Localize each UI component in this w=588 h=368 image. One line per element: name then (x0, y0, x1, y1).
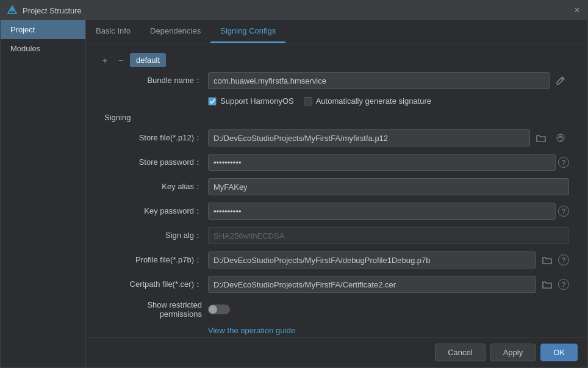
fingerprint-button[interactable] (552, 129, 569, 146)
add-config-button[interactable]: + (98, 54, 112, 67)
browse-certpath-file-button[interactable] (539, 276, 556, 293)
bundle-name-row: Bundle name： (104, 72, 569, 89)
store-file-input-group (208, 129, 569, 146)
sign-alg-input (208, 227, 569, 244)
key-alias-row: Key alias： (104, 178, 569, 195)
checkmark-icon (209, 99, 215, 104)
bundle-name-label: Bundle name： (104, 75, 208, 86)
right-panel: Basic Info Dependencies Signing Configs … (86, 20, 587, 367)
config-default-item[interactable]: default (130, 53, 166, 67)
key-password-input-group: ? (208, 203, 569, 220)
key-password-row: Key password： ? (104, 203, 569, 220)
certpath-file-row: Certpath file(*.cer)： ? (104, 276, 569, 293)
profile-file-row: Profile file(*.p7b)： ? (104, 251, 569, 269)
show-restricted-toggle[interactable] (208, 305, 230, 314)
edit-icon (556, 76, 565, 85)
tabs-bar: Basic Info Dependencies Signing Configs (86, 20, 587, 43)
certpath-file-help-button[interactable]: ? (558, 279, 569, 290)
sidebar: Project Modules (1, 20, 86, 367)
ok-button[interactable]: OK (540, 344, 578, 361)
operation-guide-container: View the operation guide (104, 326, 569, 335)
key-alias-label: Key alias： (104, 181, 208, 192)
titlebar: Project Structure × (1, 1, 587, 20)
app-icon (7, 5, 18, 16)
browse-store-file-button[interactable] (532, 129, 550, 146)
store-file-input[interactable] (208, 129, 530, 146)
tab-basic-info[interactable]: Basic Info (86, 20, 140, 43)
sign-alg-input-group (208, 227, 569, 244)
tab-dependencies[interactable]: Dependencies (140, 20, 210, 43)
key-alias-input-group (208, 178, 569, 195)
store-file-label: Store file(*.p12)： (104, 132, 208, 143)
apply-button[interactable]: Apply (490, 344, 536, 361)
fingerprint-icon (556, 133, 565, 143)
auto-generate-label: Automatically generate signature (316, 96, 431, 106)
config-toolbar: + − default (98, 53, 575, 67)
store-password-input[interactable] (208, 154, 556, 171)
main-content: Project Modules Basic Info Dependencies … (1, 20, 587, 367)
certpath-file-label: Certpath file(*.cer)： (104, 279, 208, 290)
folder-icon (542, 280, 552, 289)
signing-section-heading: Signing (104, 113, 569, 122)
project-structure-window: Project Structure × Project Modules Basi… (0, 0, 588, 368)
show-restricted-label: Show restricted permissions (104, 300, 208, 319)
sign-alg-row: Sign alg： (104, 227, 569, 244)
toggle-knob (209, 305, 217, 314)
bundle-name-input[interactable] (208, 72, 550, 89)
panel-content: + − default Bundle name： (86, 43, 587, 337)
support-harmony-checkbox[interactable]: Support HarmonyOS (208, 96, 294, 106)
folder-icon (536, 134, 546, 142)
support-harmony-label: Support HarmonyOS (220, 96, 294, 106)
store-password-input-group: ? (208, 154, 569, 171)
key-password-help-button[interactable]: ? (558, 206, 569, 217)
bundle-name-input-group (208, 72, 569, 89)
browse-profile-file-button[interactable] (539, 251, 556, 269)
sidebar-item-project[interactable]: Project (1, 20, 85, 39)
folder-icon (542, 256, 552, 264)
show-restricted-row: Show restricted permissions (104, 300, 569, 319)
checkboxes-row: Support HarmonyOS Automatically generate… (208, 96, 569, 106)
profile-file-input-group: ? (208, 251, 569, 269)
tab-signing-configs[interactable]: Signing Configs (210, 20, 285, 43)
sidebar-item-modules[interactable]: Modules (1, 39, 85, 58)
titlebar-left: Project Structure (7, 5, 82, 16)
store-password-row: Store password： ? (104, 154, 569, 171)
profile-file-label: Profile file(*.p7b)： (104, 254, 208, 265)
form-section: Bundle name： (98, 72, 575, 335)
sign-alg-label: Sign alg： (104, 230, 208, 241)
support-harmony-box (208, 97, 217, 106)
edit-bundle-name-button[interactable] (552, 72, 569, 89)
store-password-help-button[interactable]: ? (558, 157, 569, 168)
profile-file-help-button[interactable]: ? (558, 254, 569, 265)
certpath-file-input[interactable] (208, 276, 536, 293)
key-alias-input[interactable] (208, 178, 569, 195)
operation-guide-link[interactable]: View the operation guide (208, 326, 295, 335)
profile-file-input[interactable] (208, 251, 536, 269)
window-title: Project Structure (23, 6, 82, 15)
store-file-row: Store file(*.p12)： (104, 129, 569, 146)
certpath-file-input-group: ? (208, 276, 569, 293)
auto-generate-box (304, 97, 312, 106)
store-password-label: Store password： (104, 157, 208, 168)
key-password-label: Key password： (104, 206, 208, 217)
close-button[interactable]: × (573, 6, 581, 15)
remove-config-button[interactable]: − (114, 54, 127, 67)
key-password-input[interactable] (208, 203, 556, 220)
auto-generate-checkbox[interactable]: Automatically generate signature (304, 96, 431, 106)
cancel-button[interactable]: Cancel (435, 344, 485, 361)
footer: Cancel Apply OK (86, 337, 587, 367)
